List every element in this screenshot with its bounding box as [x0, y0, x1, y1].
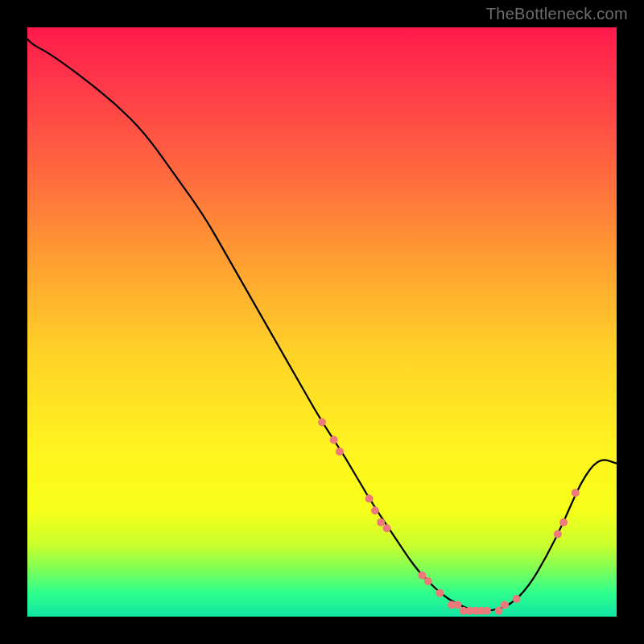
chart-stage: TheBottleneck.com [0, 0, 644, 644]
data-marker [460, 607, 468, 615]
data-marker [501, 601, 509, 609]
data-marker [572, 489, 580, 497]
bottleneck-curve [27, 39, 617, 611]
plot-area [27, 27, 617, 617]
data-markers [318, 418, 580, 614]
data-marker [377, 518, 385, 526]
data-marker [318, 418, 326, 426]
data-marker [554, 530, 562, 539]
curve-svg [27, 27, 617, 617]
data-marker [471, 607, 479, 615]
data-marker [383, 524, 391, 532]
data-marker [477, 607, 485, 615]
data-marker [513, 595, 521, 603]
data-marker [465, 607, 473, 615]
data-marker [365, 495, 374, 503]
data-marker [436, 589, 444, 597]
data-marker [418, 572, 426, 580]
data-marker [336, 448, 344, 456]
data-marker [424, 577, 432, 585]
data-marker [559, 518, 568, 526]
data-marker [495, 607, 503, 615]
data-marker [448, 601, 456, 609]
data-marker [453, 601, 461, 609]
data-marker [330, 436, 338, 444]
watermark-text: TheBottleneck.com [486, 5, 628, 23]
data-marker [371, 506, 379, 514]
data-marker [483, 607, 491, 615]
